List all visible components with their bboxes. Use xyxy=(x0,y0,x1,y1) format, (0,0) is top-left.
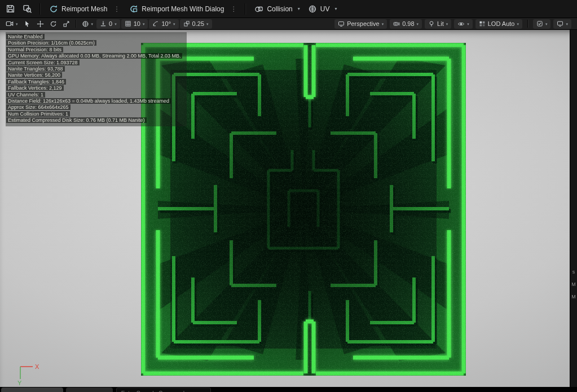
screenshot-button[interactable]: ▾ xyxy=(553,19,571,29)
cursor-icon xyxy=(24,20,31,28)
ellipsis-menu-icon[interactable]: ⋮ xyxy=(112,5,121,13)
reimport-mesh-button[interactable]: Reimport Mesh ⋮ xyxy=(45,2,124,16)
axis-gizmo: X Y xyxy=(14,360,50,386)
collapsed-panel-strip[interactable]: s M M xyxy=(570,30,577,387)
scale-tool-button[interactable] xyxy=(60,19,72,29)
rotate-tool-button[interactable] xyxy=(47,19,59,29)
stats-line: Nanite Triangles: 93,788 xyxy=(6,66,182,72)
reimport-mesh-with-dialog-label: Reimport Mesh With Dialog xyxy=(142,5,224,13)
static-mesh-render[interactable] xyxy=(141,43,466,376)
surface-snap-icon xyxy=(100,20,107,27)
stats-line: Nanite Vertices: 56,200 xyxy=(6,72,182,78)
save-button[interactable] xyxy=(2,2,18,16)
perspective-label: Perspective xyxy=(347,20,379,27)
ellipsis-menu-icon[interactable]: ⋮ xyxy=(229,5,238,13)
uv-menu-button[interactable]: UV ▾ xyxy=(303,2,340,16)
collision-icon xyxy=(254,5,263,14)
move-tool-button[interactable] xyxy=(34,19,46,29)
scale-snap-icon xyxy=(183,20,190,27)
viewport-options-icon xyxy=(6,20,14,28)
stats-line: Approx Size: 664x664x265 xyxy=(6,104,182,111)
rotate-icon xyxy=(50,20,57,28)
show-flags-button[interactable]: ▾ xyxy=(454,19,473,29)
chevron-down-icon: ▾ xyxy=(173,22,175,26)
camera-speed-button[interactable]: 0.98 ▾ xyxy=(390,19,422,29)
view-mode-button[interactable]: Lit ▾ xyxy=(425,19,451,29)
uv-icon xyxy=(308,5,317,14)
chevron-down-icon: ▾ xyxy=(143,22,145,26)
console-command-field[interactable] xyxy=(116,387,211,392)
stats-line: Fallback Vertices: 2,129 xyxy=(6,85,182,91)
3d-viewport[interactable]: Nanite Enabled Position Precision: 1/16c… xyxy=(0,30,577,387)
rotation-snap-button[interactable]: 10° ▾ xyxy=(149,19,178,29)
save-icon xyxy=(6,4,15,14)
surface-snap-value: 0 xyxy=(109,20,112,27)
chevron-down-icon: ▾ xyxy=(382,22,384,26)
viewport-options-button[interactable]: ▾ xyxy=(3,19,20,29)
scale-snap-button[interactable]: 0.25 ▾ xyxy=(180,19,212,29)
axis-x-label: X xyxy=(35,363,39,370)
stats-line: Normal Precision: 8 bits xyxy=(6,47,182,53)
collapsed-tab[interactable]: M xyxy=(571,294,576,299)
stats-line: Distance Field: 126x126x63 = 0.04Mb alwa… xyxy=(6,98,182,104)
chevron-down-icon: ▾ xyxy=(467,22,469,26)
toolbar-separator xyxy=(76,20,76,28)
stats-line: Nanite Enabled xyxy=(6,34,182,40)
output-log-button[interactable]: ≡ Output Log xyxy=(66,387,113,392)
select-tool-button[interactable] xyxy=(21,19,33,29)
move-icon xyxy=(37,20,44,28)
reimport-mesh-label: Reimport Mesh xyxy=(61,5,107,13)
eye-icon xyxy=(457,20,465,28)
content-drawer-button[interactable]: ▤ Content Drawer xyxy=(1,387,63,392)
camera-icon xyxy=(393,20,400,27)
chevron-down-icon: ▾ xyxy=(334,7,337,11)
perspective-button[interactable]: Perspective ▾ xyxy=(334,19,387,29)
chevron-down-icon: ▾ xyxy=(91,22,94,26)
lod-button[interactable]: LOD Auto ▾ xyxy=(475,19,522,29)
chevron-down-icon: ▾ xyxy=(298,7,300,11)
axis-y-label: Y xyxy=(17,380,22,386)
collapsed-tab[interactable]: s xyxy=(572,269,575,275)
coordinate-system-button[interactable]: ▾ xyxy=(80,19,96,29)
stats-line: GPU Memory: Always allocated 0.03 MB, St… xyxy=(6,53,182,59)
toolbar-separator xyxy=(245,3,245,15)
collapsed-tab-glyphs: s M M xyxy=(570,269,577,299)
grid-snap-value: 10 xyxy=(134,20,140,27)
reimport-mesh-with-dialog-button[interactable]: Reimport Mesh With Dialog ⋮ xyxy=(125,2,240,16)
lit-bulb-icon xyxy=(428,20,435,27)
static-mesh-editor-window: Reimport Mesh ⋮ Reimport Mesh With Dialo… xyxy=(0,0,577,392)
toolbar-separator xyxy=(39,3,40,15)
browse-to-asset-button[interactable] xyxy=(19,2,35,16)
stats-line: Current Screen Size: 1.093728 xyxy=(6,60,182,66)
scale-snap-value: 0.25 xyxy=(192,20,204,27)
chevron-down-icon: ▾ xyxy=(446,22,448,26)
realtime-toggle-button[interactable]: ▾ xyxy=(533,19,551,29)
stats-line: UV Channels: 1 xyxy=(6,92,182,98)
chevron-down-icon: ▾ xyxy=(16,22,18,26)
monitor-icon xyxy=(557,20,563,27)
chevron-down-icon: ▾ xyxy=(545,22,548,26)
grid-snap-icon xyxy=(125,20,131,27)
console-command-input[interactable] xyxy=(120,390,207,392)
collision-menu-button[interactable]: Collision ▾ xyxy=(250,2,302,16)
asset-toolbar: Reimport Mesh ⋮ Reimport Mesh With Dialo… xyxy=(0,0,577,18)
camera-speed-value: 0.98 xyxy=(402,20,414,27)
stats-line: Estimated Compressed Disk Size: 0.76 MB … xyxy=(6,117,182,124)
stats-line: Num Collision Primitives: 1 xyxy=(6,111,182,117)
uv-label: UV xyxy=(320,5,330,13)
stats-line: Position Precision: 1/16cm (0.0625cm) xyxy=(6,40,182,46)
stats-line: Fallback Triangles: 1,846 xyxy=(6,79,182,85)
collapsed-tab[interactable]: M xyxy=(571,281,576,287)
check-icon xyxy=(536,20,543,27)
chevron-down-icon: ▾ xyxy=(566,22,568,26)
viewport-toolbar-right: Perspective ▾ 0.98 ▾ Lit ▾ xyxy=(334,19,571,29)
perspective-icon xyxy=(338,20,345,27)
rotation-snap-value: 10° xyxy=(161,20,171,27)
chevron-down-icon: ▾ xyxy=(417,22,419,26)
grid-snap-button[interactable]: 10 ▾ xyxy=(121,19,148,29)
globe-icon xyxy=(82,20,89,28)
browse-icon xyxy=(23,4,32,14)
collision-label: Collision xyxy=(267,5,292,13)
lod-icon xyxy=(479,20,486,27)
surface-snap-button[interactable]: 0 ▾ xyxy=(96,19,120,29)
